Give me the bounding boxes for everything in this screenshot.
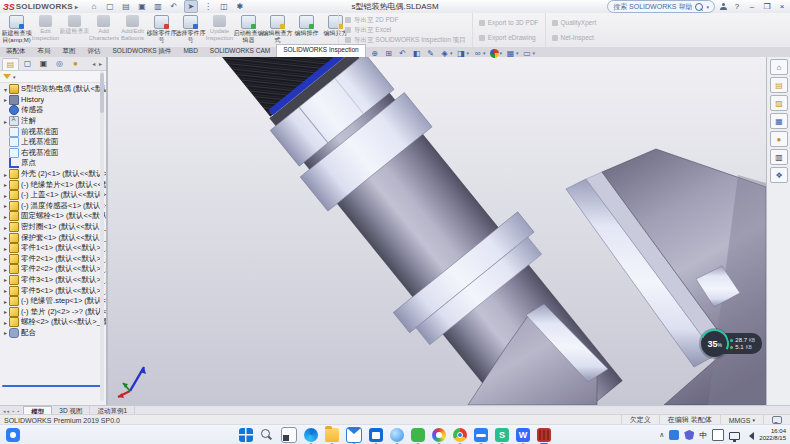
solidworks-app-icon[interactable]: [537, 428, 551, 442]
edge-icon[interactable]: [304, 428, 318, 442]
ribbon-button[interactable]: 选择零件序号: [176, 13, 205, 47]
filter-caret-icon[interactable]: ▾: [13, 74, 16, 80]
tree-expander-icon[interactable]: ▸: [2, 213, 9, 220]
cloud-sync-icon[interactable]: [669, 430, 679, 440]
tree-expander-icon[interactable]: ▸: [2, 266, 9, 273]
feature-tree-item[interactable]: ▸ 零件2<2> (默认<<默认>_显示状: [0, 264, 106, 275]
filter-funnel-icon[interactable]: [3, 74, 11, 79]
tree-expander-icon[interactable]: ▸: [2, 118, 9, 125]
windows-start-icon[interactable]: [239, 428, 253, 442]
tree-expander-icon[interactable]: ▸: [2, 171, 9, 178]
ribbon-tab[interactable]: SOLIDWORKS Inspection: [276, 44, 366, 57]
ime-keyboard-icon[interactable]: [712, 429, 724, 441]
mail-icon[interactable]: [346, 427, 362, 443]
minimize-button[interactable]: –: [747, 2, 757, 11]
ribbon-tab[interactable]: SOLIDWORKS CAM: [204, 46, 276, 57]
design-library-icon[interactable]: ▤: [770, 77, 788, 93]
rebuild-traffic-icon[interactable]: ⋮: [202, 1, 214, 12]
tree-expander-icon[interactable]: ▸: [2, 234, 9, 241]
display-pane-icon[interactable]: ◫: [218, 1, 230, 12]
export-menu-item[interactable]: Export to 3D PDF: [479, 19, 539, 26]
search-icon[interactable]: [695, 3, 703, 11]
file-explorer-icon[interactable]: ▨: [770, 95, 788, 111]
tree-expander-icon[interactable]: ▸: [2, 287, 9, 294]
dimxpertmanager-tab[interactable]: ◎: [52, 58, 67, 69]
displaymanager-tab[interactable]: ●: [68, 58, 83, 69]
feature-tree-item[interactable]: ▸ 保护套<1> (默认<<默认>_显示状: [0, 232, 106, 243]
help-search-input[interactable]: 搜索 SOLIDWORKS 帮助 ▾: [607, 0, 715, 13]
undo-icon[interactable]: ↶: [168, 1, 180, 12]
feature-tree-item[interactable]: ▸ 零件3<1> (默认<<默认>_显示状: [0, 275, 106, 286]
hud-icon[interactable]: ⊞: [382, 47, 395, 59]
logo-flyout-arrow-icon[interactable]: ▸: [75, 3, 78, 10]
tree-expander-icon[interactable]: ▸: [2, 255, 9, 262]
feature-tree-item[interactable]: ▸ 配合: [0, 328, 106, 339]
tab-scroll-controls[interactable]: ◂◂ ▪ ▪: [3, 408, 20, 414]
configurationmanager-tab[interactable]: ▣: [36, 58, 51, 69]
ribbon-button[interactable]: 编辑操作: [292, 13, 321, 47]
ribbon-tab[interactable]: MBD: [177, 46, 203, 57]
hud-dropdown-caret[interactable]: ▾: [483, 50, 486, 56]
tree-expander-icon[interactable]: ▸: [2, 224, 9, 231]
ribbon-button[interactable]: Update Inspection Project: [205, 13, 234, 47]
forum-icon[interactable]: ❖: [770, 167, 788, 183]
hud-dropdown-caret[interactable]: ▾: [450, 50, 453, 56]
ime-language-indicator[interactable]: 中: [699, 430, 707, 441]
panel-scrollbar[interactable]: [100, 71, 104, 401]
hud-dropdown-caret[interactable]: ▾: [467, 50, 470, 56]
feature-tree-item[interactable]: 原点: [0, 158, 106, 169]
rollback-bar[interactable]: [2, 385, 104, 387]
ribbon-button[interactable]: Edit Inspection Project: [31, 13, 60, 47]
wps-icon[interactable]: W: [516, 428, 530, 442]
taskbar-clock[interactable]: 16:04 2022/8/15: [759, 428, 786, 442]
tree-expander-icon[interactable]: ▸: [2, 308, 9, 315]
ribbon-button[interactable]: 编辑检查方式: [263, 13, 292, 47]
ribbon-button[interactable]: Add Characteristic: [89, 13, 118, 47]
percent-circle[interactable]: 35 %: [701, 330, 728, 357]
feature-tree-item[interactable]: ▸ (-) 温度传感器<1> (默认<<默认>_: [0, 201, 106, 212]
volume-icon[interactable]: [745, 432, 754, 440]
tree-expander-icon[interactable]: ▸: [2, 181, 9, 188]
tree-expander-icon[interactable]: ▸: [2, 298, 9, 305]
view-palette-icon[interactable]: ▦: [770, 113, 788, 129]
hud-icon[interactable]: ◧: [410, 47, 423, 59]
export-menu-item[interactable]: 导出至 Excel: [345, 26, 466, 35]
task-view-icon[interactable]: [281, 427, 297, 443]
export-menu-item[interactable]: Export eDrawing: [479, 34, 539, 41]
tree-filter-row[interactable]: ▾: [0, 71, 106, 83]
propertymanager-tab[interactable]: ▢: [20, 58, 35, 69]
security-shield-icon[interactable]: [684, 430, 694, 440]
feature-tree-item[interactable]: ▸ (-) 垫片 (2)<2> ->? (默认<<默认>: [0, 306, 106, 317]
ribbon-tab[interactable]: 装配体: [0, 46, 32, 57]
hud-dropdown-caret[interactable]: ▾: [516, 50, 519, 56]
ribbon-button[interactable]: Add/Edit Balloons: [118, 13, 147, 47]
open-icon[interactable]: ▤: [120, 1, 132, 12]
select-cursor-icon[interactable]: ➤: [184, 0, 198, 13]
graphics-viewport[interactable]: [108, 57, 766, 405]
weather-icon[interactable]: [390, 428, 404, 442]
tree-expander-icon[interactable]: ▸: [2, 319, 9, 326]
feature-tree-item[interactable]: ▸ 注解: [0, 116, 106, 127]
feature-tree-item[interactable]: ▸ History: [0, 95, 106, 106]
ribbon-tab[interactable]: 评估: [82, 46, 107, 57]
hud-icon[interactable]: ⊕: [368, 47, 381, 59]
hud-icon[interactable]: ✎: [424, 47, 437, 59]
ribbon-button[interactable]: 启动检查编辑器: [234, 13, 263, 47]
green-app-icon[interactable]: [411, 428, 425, 442]
print-icon[interactable]: ▥: [152, 1, 164, 12]
hud-dropdown-caret[interactable]: ▾: [533, 50, 536, 56]
netdisk-icon[interactable]: [474, 428, 488, 442]
hud-icon[interactable]: ↶: [396, 47, 409, 59]
speed-monitor-badge[interactable]: 35 % 28.7 KB 5.1 KB: [701, 330, 762, 357]
custom-properties-icon[interactable]: ▥: [770, 149, 788, 165]
feature-tree-item[interactable]: ▸ 零件5<1> (默认<<默认>_显示状: [0, 285, 106, 296]
search-dropdown-icon[interactable]: ▾: [706, 4, 709, 10]
home-icon[interactable]: ⌂: [88, 1, 100, 12]
file-explorer-icon[interactable]: [325, 428, 339, 442]
hud-dropdown-caret[interactable]: ▾: [500, 50, 503, 56]
feature-tree-item[interactable]: 传感器: [0, 105, 106, 116]
widget-icon[interactable]: [6, 428, 20, 442]
feature-tree-item[interactable]: ▸ 螺栓<2> (默认<<默认>_显示状态: [0, 317, 106, 328]
feature-tree-item[interactable]: 前视基准面: [0, 126, 106, 137]
featuremanager-tab[interactable]: ▤: [2, 58, 19, 70]
